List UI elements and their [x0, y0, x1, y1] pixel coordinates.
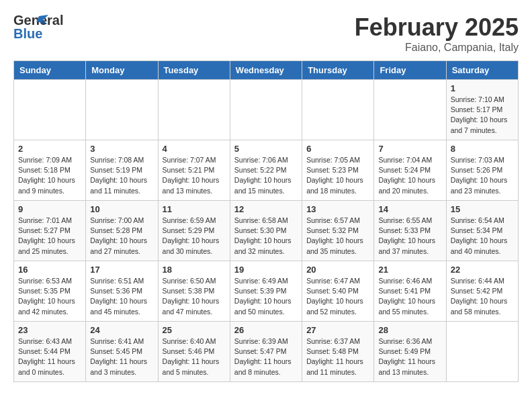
calendar-cell: 14Sunrise: 6:55 AM Sunset: 5:33 PM Dayli… — [374, 201, 446, 261]
calendar-cell: 20Sunrise: 6:47 AM Sunset: 5:40 PM Dayli… — [302, 261, 374, 322]
day-number: 22 — [451, 265, 514, 275]
calendar-cell — [14, 80, 86, 140]
calendar-cell: 25Sunrise: 6:40 AM Sunset: 5:46 PM Dayli… — [158, 322, 230, 382]
day-of-week-header: Thursday — [302, 61, 374, 80]
calendar-cell: 8Sunrise: 7:03 AM Sunset: 5:26 PM Daylig… — [446, 140, 518, 201]
day-info: Sunrise: 6:39 AM Sunset: 5:47 PM Dayligh… — [234, 336, 298, 377]
day-number: 24 — [90, 325, 153, 335]
calendar-cell: 4Sunrise: 7:07 AM Sunset: 5:21 PM Daylig… — [158, 140, 230, 201]
day-info: Sunrise: 6:40 AM Sunset: 5:46 PM Dayligh… — [163, 336, 226, 377]
day-info: Sunrise: 6:54 AM Sunset: 5:34 PM Dayligh… — [451, 216, 514, 257]
calendar-cell: 3Sunrise: 7:08 AM Sunset: 5:19 PM Daylig… — [86, 140, 158, 201]
day-number: 19 — [234, 265, 298, 275]
day-of-week-header: Tuesday — [158, 61, 230, 80]
day-number: 5 — [234, 144, 298, 154]
day-info: Sunrise: 6:59 AM Sunset: 5:29 PM Dayligh… — [163, 216, 226, 257]
day-number: 18 — [163, 265, 226, 275]
calendar-cell: 1Sunrise: 7:10 AM Sunset: 5:17 PM Daylig… — [446, 80, 518, 140]
day-info: Sunrise: 6:50 AM Sunset: 5:38 PM Dayligh… — [163, 276, 226, 317]
calendar-table: SundayMondayTuesdayWednesdayThursdayFrid… — [13, 60, 519, 382]
day-of-week-header: Friday — [374, 61, 446, 80]
day-number: 9 — [18, 204, 81, 214]
title-block: February 2025 Faiano, Campania, Italy — [355, 13, 519, 54]
month-title: February 2025 — [355, 13, 519, 42]
day-info: Sunrise: 6:36 AM Sunset: 5:49 PM Dayligh… — [378, 336, 441, 377]
day-info: Sunrise: 7:10 AM Sunset: 5:17 PM Dayligh… — [451, 95, 514, 136]
calendar-cell — [86, 80, 158, 140]
day-number: 16 — [18, 265, 81, 275]
day-info: Sunrise: 6:55 AM Sunset: 5:33 PM Dayligh… — [378, 216, 441, 257]
day-info: Sunrise: 6:37 AM Sunset: 5:48 PM Dayligh… — [306, 336, 369, 377]
calendar-cell: 11Sunrise: 6:59 AM Sunset: 5:29 PM Dayli… — [158, 201, 230, 261]
calendar-cell — [302, 80, 374, 140]
day-info: Sunrise: 6:47 AM Sunset: 5:40 PM Dayligh… — [306, 276, 369, 317]
day-number: 1 — [451, 83, 514, 93]
calendar-cell: 16Sunrise: 6:53 AM Sunset: 5:35 PM Dayli… — [14, 261, 86, 322]
calendar-cell: 2Sunrise: 7:09 AM Sunset: 5:18 PM Daylig… — [14, 140, 86, 201]
calendar-cell: 24Sunrise: 6:41 AM Sunset: 5:45 PM Dayli… — [86, 322, 158, 382]
day-info: Sunrise: 6:57 AM Sunset: 5:32 PM Dayligh… — [306, 216, 369, 257]
day-number: 20 — [306, 265, 369, 275]
calendar-cell: 23Sunrise: 6:43 AM Sunset: 5:44 PM Dayli… — [14, 322, 86, 382]
day-info: Sunrise: 7:09 AM Sunset: 5:18 PM Dayligh… — [18, 155, 81, 196]
day-number: 15 — [451, 204, 514, 214]
calendar-cell: 28Sunrise: 6:36 AM Sunset: 5:49 PM Dayli… — [374, 322, 446, 382]
calendar-cell — [374, 80, 446, 140]
day-number: 3 — [90, 144, 153, 154]
calendar-cell: 27Sunrise: 6:37 AM Sunset: 5:48 PM Dayli… — [302, 322, 374, 382]
calendar-cell: 7Sunrise: 7:04 AM Sunset: 5:24 PM Daylig… — [374, 140, 446, 201]
day-info: Sunrise: 6:46 AM Sunset: 5:41 PM Dayligh… — [378, 276, 441, 317]
day-number: 10 — [90, 204, 153, 214]
calendar-cell: 18Sunrise: 6:50 AM Sunset: 5:38 PM Dayli… — [158, 261, 230, 322]
day-info: Sunrise: 7:04 AM Sunset: 5:24 PM Dayligh… — [378, 155, 441, 196]
day-number: 27 — [306, 325, 369, 335]
calendar-cell: 9Sunrise: 7:01 AM Sunset: 5:27 PM Daylig… — [14, 201, 86, 261]
day-of-week-header: Saturday — [446, 61, 518, 80]
calendar-cell: 19Sunrise: 6:49 AM Sunset: 5:39 PM Dayli… — [230, 261, 302, 322]
calendar-cell: 6Sunrise: 7:05 AM Sunset: 5:23 PM Daylig… — [302, 140, 374, 201]
day-of-week-header: Sunday — [14, 61, 86, 80]
day-info: Sunrise: 7:01 AM Sunset: 5:27 PM Dayligh… — [18, 216, 81, 257]
day-info: Sunrise: 7:06 AM Sunset: 5:22 PM Dayligh… — [234, 155, 298, 196]
day-number: 26 — [234, 325, 298, 335]
calendar-cell: 10Sunrise: 7:00 AM Sunset: 5:28 PM Dayli… — [86, 201, 158, 261]
day-number: 8 — [451, 144, 514, 154]
day-info: Sunrise: 7:00 AM Sunset: 5:28 PM Dayligh… — [90, 216, 153, 257]
calendar-cell: 5Sunrise: 7:06 AM Sunset: 5:22 PM Daylig… — [230, 140, 302, 201]
calendar-cell: 12Sunrise: 6:58 AM Sunset: 5:30 PM Dayli… — [230, 201, 302, 261]
day-of-week-header: Wednesday — [230, 61, 302, 80]
day-info: Sunrise: 6:44 AM Sunset: 5:42 PM Dayligh… — [451, 276, 514, 317]
calendar-cell: 15Sunrise: 6:54 AM Sunset: 5:34 PM Dayli… — [446, 201, 518, 261]
calendar-cell: 17Sunrise: 6:51 AM Sunset: 5:36 PM Dayli… — [86, 261, 158, 322]
day-number: 7 — [378, 144, 441, 154]
day-number: 11 — [163, 204, 226, 214]
day-of-week-header: Monday — [86, 61, 158, 80]
day-info: Sunrise: 7:07 AM Sunset: 5:21 PM Dayligh… — [163, 155, 226, 196]
calendar-cell: 13Sunrise: 6:57 AM Sunset: 5:32 PM Dayli… — [302, 201, 374, 261]
day-number: 2 — [18, 144, 81, 154]
day-info: Sunrise: 7:03 AM Sunset: 5:26 PM Dayligh… — [451, 155, 514, 196]
calendar-cell: 26Sunrise: 6:39 AM Sunset: 5:47 PM Dayli… — [230, 322, 302, 382]
day-info: Sunrise: 6:51 AM Sunset: 5:36 PM Dayligh… — [90, 276, 153, 317]
day-info: Sunrise: 6:41 AM Sunset: 5:45 PM Dayligh… — [90, 336, 153, 377]
calendar-cell: 21Sunrise: 6:46 AM Sunset: 5:41 PM Dayli… — [374, 261, 446, 322]
day-info: Sunrise: 6:53 AM Sunset: 5:35 PM Dayligh… — [18, 276, 81, 317]
calendar-cell — [158, 80, 230, 140]
day-number: 4 — [163, 144, 226, 154]
day-info: Sunrise: 7:08 AM Sunset: 5:19 PM Dayligh… — [90, 155, 153, 196]
day-number: 25 — [163, 325, 226, 335]
day-number: 12 — [234, 204, 298, 214]
day-number: 21 — [378, 265, 441, 275]
day-number: 23 — [18, 325, 81, 335]
calendar-cell — [446, 322, 518, 382]
day-info: Sunrise: 6:49 AM Sunset: 5:39 PM Dayligh… — [234, 276, 298, 317]
day-info: Sunrise: 6:58 AM Sunset: 5:30 PM Dayligh… — [234, 216, 298, 257]
day-info: Sunrise: 7:05 AM Sunset: 5:23 PM Dayligh… — [306, 155, 369, 196]
day-info: Sunrise: 6:43 AM Sunset: 5:44 PM Dayligh… — [18, 336, 81, 377]
day-number: 28 — [378, 325, 441, 335]
calendar-cell: 22Sunrise: 6:44 AM Sunset: 5:42 PM Dayli… — [446, 261, 518, 322]
day-number: 6 — [306, 144, 369, 154]
location: Faiano, Campania, Italy — [355, 42, 519, 54]
day-number: 13 — [306, 204, 369, 214]
page-header: General Blue February 2025 Faiano, Campa… — [13, 13, 519, 54]
